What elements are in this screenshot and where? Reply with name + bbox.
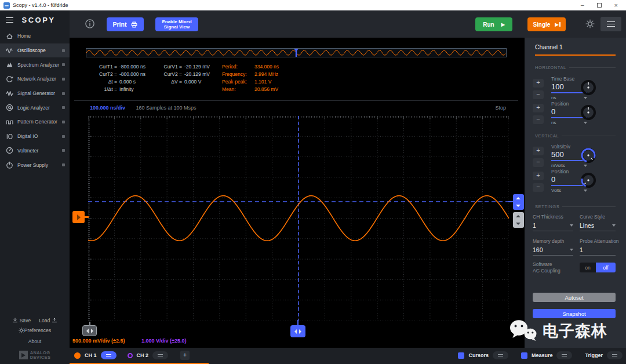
save-button[interactable]: Save [12,318,31,323]
sidebar-item-signal-generator[interactable]: Signal Generator [0,86,70,101]
tool-stop-indicator[interactable] [62,163,65,166]
probe-attenuation-input[interactable]: 1 [580,246,616,256]
ch1-offset-handle[interactable] [72,211,85,223]
print-button[interactable]: Print [107,17,144,31]
secondary-level-handle[interactable] [513,212,524,228]
about-button[interactable]: About [0,338,70,344]
plot-scroll-handle[interactable] [82,325,97,336]
sidebar-item-logic-analyzer[interactable]: Logic Analyzer [0,100,70,115]
timebase-knob[interactable] [580,79,596,96]
timebase-decrement-button[interactable]: − [533,90,544,99]
autoset-button[interactable]: Autoset [533,293,616,302]
vposition-decrement-button[interactable]: − [533,183,544,192]
ch1-tab[interactable]: CH 1 [85,352,97,358]
ch1-menu-button[interactable] [101,351,117,359]
chevron-down-icon [516,205,521,207]
hposition-decrement-button[interactable]: − [533,115,544,124]
curve-style-label: Curve Style [580,214,605,220]
cursors-menu-button[interactable] [493,351,508,359]
memory-depth-select[interactable]: 160 [533,246,573,256]
voltsdiv-unit-select[interactable]: mVolts [551,163,587,168]
measure-label[interactable]: Measure [532,352,553,358]
timebase-label: 100.000 ns/div [90,105,125,111]
trigger-menu-button[interactable] [607,351,623,359]
wechat-watermark: 电子森林 [509,319,607,343]
timebase-increment-button[interactable]: + [533,79,544,88]
trigger-position-handle[interactable] [290,325,305,337]
mixed-signal-view-button[interactable]: Enable Mixed Signal View [155,17,198,31]
voltsdiv-decrement-button[interactable]: − [533,158,544,167]
tool-stop-indicator[interactable] [62,78,65,81]
load-button[interactable]: Load [39,318,57,323]
toolbar-menu-button[interactable] [600,17,621,31]
sidebar-item-network-analyzer[interactable]: Network Analyzer [0,72,70,86]
maximize-button[interactable] [597,3,602,8]
timebase-unit-select[interactable]: ns [551,95,587,100]
tool-stop-indicator[interactable] [62,106,65,109]
ch-thickness-select[interactable]: 1 [533,222,573,231]
hposition-value[interactable]: 0 [551,107,555,116]
sidebar-item-voltmeter[interactable]: Voltmeter [0,144,70,158]
voltsdiv-value[interactable]: 500 [551,150,564,159]
preferences-button[interactable]: Preferences [0,327,70,333]
tool-stop-indicator[interactable] [62,49,65,52]
run-button[interactable]: Run▶ [475,17,512,31]
sidebar-item-pattern-generator[interactable]: Pattern Generator [0,115,70,129]
ac-off-option[interactable]: off [596,263,616,272]
voltsdiv-increment-button[interactable]: + [533,147,544,155]
minimize-button[interactable]: – [581,2,584,8]
vposition-field-label: Position [551,169,569,174]
single-button[interactable]: Single ▶ [527,17,566,31]
ac-coupling-label-line2: AC Coupling [533,268,561,274]
acquisition-state: Stop [495,105,506,111]
info-button[interactable] [85,19,95,29]
vposition-unit-select[interactable]: Volts [551,188,587,193]
voltsdiv-knob[interactable] [580,147,596,163]
vposition-increment-button[interactable]: + [533,172,544,180]
ch2-menu-button[interactable] [152,351,168,359]
snapshot-button[interactable]: Snapshot [533,309,616,318]
sidebar-item-oscilloscope[interactable]: Oscilloscope [0,43,70,58]
tool-stop-indicator[interactable] [62,63,65,66]
vposition-value[interactable]: 0 [551,175,555,184]
trigger-level-handle[interactable] [513,194,524,210]
ac-coupling-toggle[interactable]: on off [580,263,616,272]
window-title: Scopy - v1.4.0 - f8fd4de [13,2,581,8]
hposition-increment-button[interactable]: + [533,104,544,112]
curve-style-select[interactable]: Lines [580,222,616,231]
cursors-checkbox[interactable] [458,352,464,359]
ch2-tab[interactable]: CH 2 [137,352,149,358]
close-button[interactable]: × [614,2,618,8]
window-titlebar: Scopy - v1.4.0 - f8fd4de – × [0,0,626,10]
add-channel-button[interactable]: + [180,351,190,360]
channel-settings-panel: Channel 1 HORIZONTAL Time Base + − 100 n… [525,38,626,348]
overview-waveform [86,49,506,57]
trigger-label[interactable]: Trigger [585,352,603,358]
bottom-bar: CH 1 CH 2 + Cursors Measure Trigger [70,348,626,364]
sidebar-item-power-supply[interactable]: Power Supply [0,158,70,172]
capture-overview-strip[interactable] [86,48,507,57]
sidebar-item-digital-io[interactable]: Digital IO [0,129,70,144]
hposition-unit-select[interactable]: ns [551,120,587,125]
sidebar-nav: Home Oscilloscope Spectrum Analyzer Netw… [0,29,70,172]
sidebar-hamburger-icon[interactable] [6,17,13,23]
chevron-down-icon [584,122,587,124]
hposition-knob[interactable] [580,104,596,121]
settings-gear-button[interactable] [585,19,595,28]
measure-menu-button[interactable] [556,351,572,359]
waveform-canvas[interactable] [88,116,509,321]
tool-stop-indicator[interactable] [62,149,65,152]
sidebar-item-home[interactable]: Home [0,29,70,43]
vposition-knob[interactable] [580,172,596,188]
sidebar-item-spectrum-analyzer[interactable]: Spectrum Analyzer [0,57,70,72]
ac-on-option[interactable]: on [580,263,596,272]
measure-checkbox[interactable] [521,352,527,359]
tool-stop-indicator[interactable] [62,92,65,95]
tool-stop-indicator[interactable] [62,121,65,123]
load-icon [52,318,57,323]
cursors-label[interactable]: Cursors [468,352,489,358]
timebase-value[interactable]: 100 [551,82,564,91]
tool-stop-indicator[interactable] [62,135,65,138]
info-icon [85,19,95,29]
ch1-scale-label: 500.000 mV/div (±2.5) [72,338,125,344]
